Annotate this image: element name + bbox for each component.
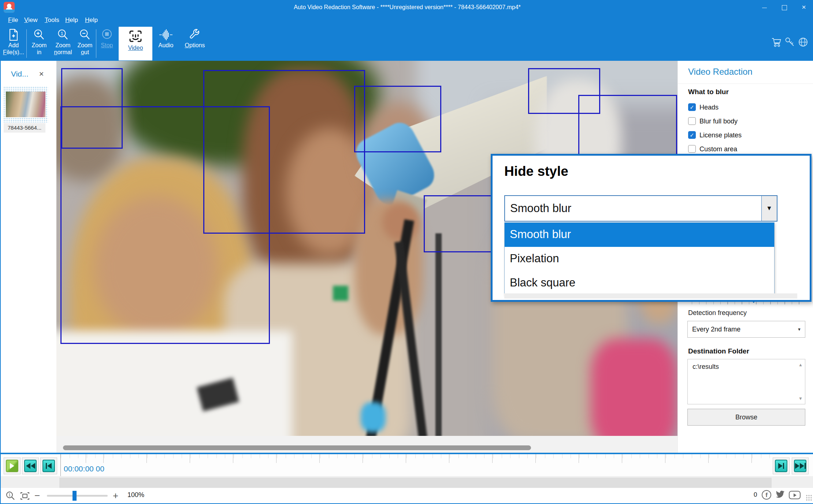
photo-blob	[56, 331, 292, 436]
rewind-button[interactable]	[22, 457, 39, 474]
zoom-out-control[interactable]: −	[34, 490, 40, 501]
popup-bottom-strip	[504, 293, 797, 299]
scroll-up-icon[interactable]: ▲	[798, 362, 803, 367]
facebook-icon[interactable]: f	[762, 490, 771, 500]
app-window: Auto Video Redaction Software - ****Unre…	[0, 0, 813, 504]
hide-style-combobox[interactable]: Smooth blur ▼	[504, 195, 777, 222]
zoom-slider[interactable]	[47, 495, 108, 497]
menu-help-2[interactable]: Help	[82, 15, 101, 26]
scrollbar-thumb[interactable]	[63, 445, 531, 450]
key-icon[interactable]	[784, 37, 795, 48]
minimize-button[interactable]	[755, 0, 773, 15]
option-smooth-blur[interactable]: Smooth blur	[505, 223, 774, 247]
browse-button[interactable]: Browse	[687, 409, 805, 426]
detection-frequency-value: Every 2nd frame	[692, 321, 740, 337]
option-black-square[interactable]: Black square	[505, 271, 774, 295]
cart-icon[interactable]	[771, 37, 782, 48]
panel-close-icon[interactable]: ✕	[39, 70, 44, 78]
audio-waveform-icon	[159, 29, 173, 41]
photo-blob	[591, 338, 678, 436]
chevron-down-icon: ▼	[797, 321, 801, 337]
combobox-value: Smooth blur	[510, 196, 571, 221]
video-list-panel: Vid... ✕ 78443-5664...	[1, 61, 56, 453]
zoom-normal-icon: 1	[57, 29, 69, 41]
zoom-slider-thumb[interactable]	[73, 491, 77, 501]
fast-forward-icon	[794, 460, 806, 472]
scroll-down-icon[interactable]: ▼	[798, 396, 803, 401]
video-horizontal-scrollbar[interactable]	[56, 436, 678, 453]
options-button[interactable]: Options	[182, 27, 208, 60]
destination-folder-label: Destination Folder	[688, 347, 749, 355]
step-back-icon	[42, 460, 55, 472]
timeline[interactable]: 00:00:00 00	[1, 453, 813, 476]
combobox-dropdown-button[interactable]: ▼	[761, 196, 777, 221]
stop-button: Stop	[97, 27, 116, 60]
timecode-display: 00:00:00 00	[64, 464, 104, 473]
timeline-track[interactable]	[1, 476, 813, 488]
twitter-icon[interactable]	[775, 490, 785, 500]
menu-bar: File View Tools Help Help	[1, 15, 813, 26]
panel-title: Vid...	[11, 70, 28, 78]
divider	[678, 84, 813, 84]
detection-box	[354, 86, 441, 152]
svg-text:1: 1	[8, 493, 11, 497]
social-count: 0	[754, 491, 757, 499]
option-pixelation[interactable]: Pixelation	[505, 247, 774, 271]
youtube-icon[interactable]	[789, 491, 801, 499]
svg-text:1: 1	[60, 31, 63, 36]
play-button[interactable]	[4, 457, 21, 474]
step-forward-icon	[775, 460, 787, 472]
destination-folder-input[interactable]: c:\results ▲ ▼	[687, 359, 805, 404]
fast-forward-button[interactable]	[792, 457, 809, 474]
toolbar-separator	[26, 29, 27, 58]
add-files-button[interactable]: Add File(s)...	[2, 27, 25, 60]
thumbnail-label: 78443-5664...	[4, 123, 45, 133]
window-title: Auto Video Redaction Software - ****Unre…	[1, 0, 813, 15]
step-back-button[interactable]	[40, 457, 57, 474]
menu-view[interactable]: View	[21, 15, 41, 26]
menu-file[interactable]: File	[5, 15, 21, 26]
what-to-blur-heading: What to blur	[688, 88, 729, 96]
zoom-out-button[interactable]: Zoom out	[75, 27, 94, 60]
video-thumbnail[interactable]	[3, 86, 48, 122]
pole	[435, 233, 442, 436]
zoom-in-control[interactable]: +	[113, 490, 118, 501]
detection-box	[203, 70, 365, 234]
popup-title: Hide style	[504, 164, 568, 179]
add-file-icon	[8, 29, 19, 41]
wrench-icon	[189, 29, 201, 41]
zoom-in-button[interactable]: Zoom in	[28, 27, 51, 60]
menu-tools[interactable]: Tools	[42, 15, 62, 26]
checkbox-license-plates[interactable]: ✓	[688, 131, 696, 139]
chevron-down-icon: ▼	[766, 205, 772, 212]
detection-frequency-label: Detection frequency	[688, 309, 747, 317]
status-bar: 1 − + 100% 0 f	[1, 488, 813, 503]
step-forward-button[interactable]	[773, 457, 790, 474]
photo-blob	[382, 203, 420, 241]
detection-frequency-select[interactable]: Every 2nd frame ▼	[687, 321, 805, 338]
globe-icon[interactable]	[798, 37, 809, 48]
photo-blob	[333, 286, 348, 301]
maximize-button[interactable]	[775, 0, 794, 15]
audio-tab[interactable]: Audio	[155, 27, 177, 60]
menu-help-1[interactable]: Help	[62, 15, 81, 26]
rewind-icon	[24, 460, 37, 472]
thumbnail-image	[6, 92, 45, 117]
resize-grip[interactable]	[806, 494, 812, 501]
stop-icon	[101, 29, 113, 41]
face-scan-icon	[128, 29, 143, 44]
checkbox-blur-full-body[interactable]	[688, 117, 696, 125]
checkbox-custom-area[interactable]	[688, 145, 696, 153]
close-button[interactable]: ✕	[795, 0, 813, 15]
play-icon	[6, 460, 18, 472]
title-bar: Auto Video Redaction Software - ****Unre…	[1, 0, 813, 15]
timeline-ruler-minor-ticks	[61, 454, 770, 458]
zoom-normal-icon[interactable]: 1	[5, 491, 15, 501]
zoom-normal-button[interactable]: 1 Zoom normal	[51, 27, 75, 60]
fit-to-screen-icon[interactable]	[20, 491, 30, 501]
hide-style-dropdown-list: Smooth blur Pixelation Black square	[504, 222, 775, 296]
photo-blob	[361, 402, 386, 432]
timeline-track-filled	[59, 478, 772, 488]
video-tab[interactable]: Video	[119, 27, 152, 60]
checkbox-heads[interactable]: ✓	[688, 103, 696, 111]
